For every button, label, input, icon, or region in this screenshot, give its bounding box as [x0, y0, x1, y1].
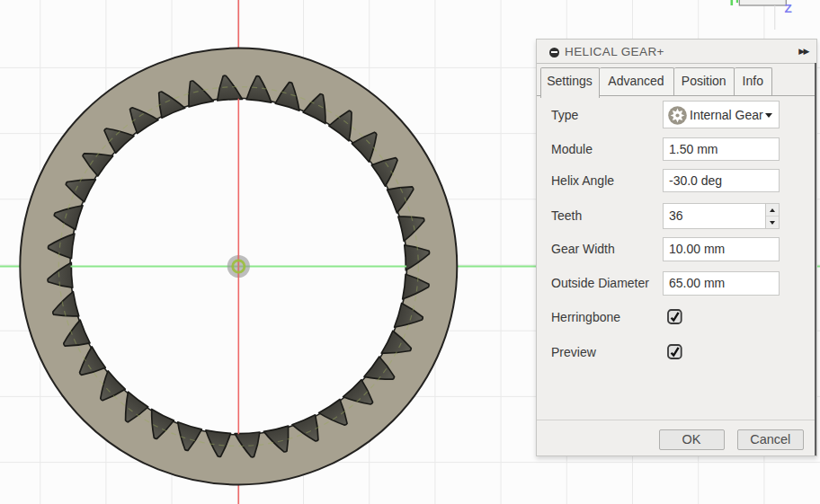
svg-text:Z: Z [785, 2, 792, 15]
